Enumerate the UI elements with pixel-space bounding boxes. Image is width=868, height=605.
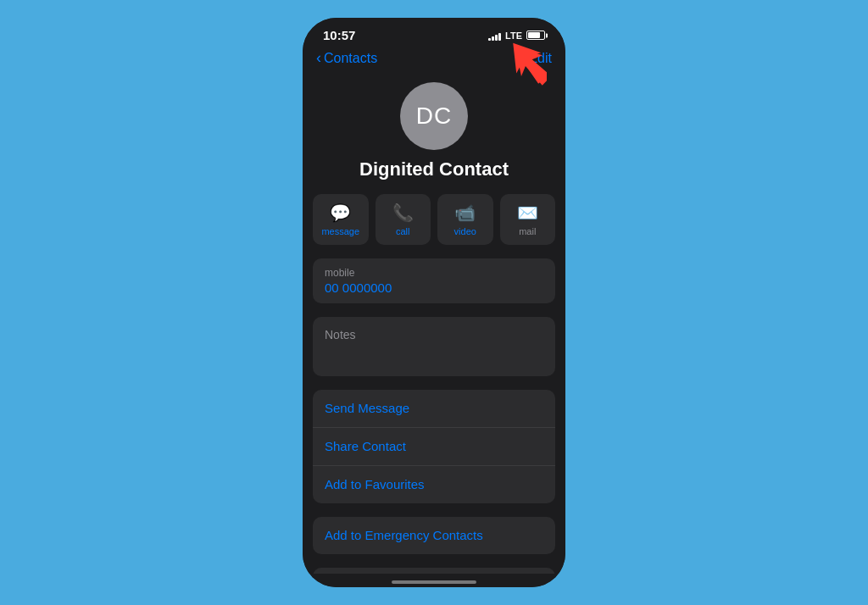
phone-value[interactable]: 00 0000000 [325,280,543,295]
back-button[interactable]: ‹ Contacts [316,49,377,67]
add-favourites-label: Add to Favourites [325,477,425,491]
message-icon: 💬 [330,203,351,223]
home-indicator [303,574,565,587]
message-button[interactable]: 💬 message [313,194,369,245]
home-bar [392,580,476,584]
actions-section: Send Message Share Contact Add to Favour… [313,390,555,503]
notes-label: Notes [325,328,356,341]
content: DC Dignited Contact 💬 message 📞 call 📹 v… [303,74,565,574]
call-button[interactable]: 📞 call [376,194,431,245]
signal-icon [488,31,501,41]
contact-name: Dignited Contact [359,158,509,180]
phone-info-section: mobile 00 0000000 [313,258,555,303]
location-card[interactable]: Share My Location [313,568,555,574]
back-chevron-icon: ‹ [316,49,321,67]
phone-frame: 10:57 LTE ‹ Contacts Edit [303,18,565,587]
avatar-initials: DC [416,103,452,130]
send-message-row[interactable]: Send Message [313,390,555,428]
call-icon: 📞 [392,203,414,223]
status-time: 10:57 [323,28,355,42]
send-message-label: Send Message [325,401,409,415]
video-icon: 📹 [454,203,476,223]
actions-card: Send Message Share Contact Add to Favour… [313,390,555,503]
emergency-label: Add to Emergency Contacts [325,528,483,542]
emergency-section: Add to Emergency Contacts [313,517,555,554]
phone-info-row: mobile 00 0000000 [313,258,555,303]
emergency-card[interactable]: Add to Emergency Contacts [313,517,555,554]
share-contact-row[interactable]: Share Contact [313,428,555,466]
location-section: Share My Location [313,568,555,574]
nav-bar: ‹ Contacts Edit [303,46,565,74]
battery-icon [526,31,545,40]
video-button[interactable]: 📹 video [437,194,493,245]
share-contact-label: Share Contact [325,439,406,453]
notes-section: Notes [313,317,555,376]
lte-label: LTE [505,31,522,41]
contact-header: DC Dignited Contact [303,74,565,194]
notes-card: Notes [313,317,555,376]
add-favourites-row[interactable]: Add to Favourites [313,466,555,503]
video-label: video [454,226,476,236]
phone-label: mobile [325,267,543,279]
status-icons: LTE [488,31,545,41]
message-label: message [321,226,359,236]
mail-icon: ✉️ [517,203,538,223]
edit-button[interactable]: Edit [528,51,552,66]
phone-info-card: mobile 00 0000000 [313,258,555,303]
back-label: Contacts [324,51,377,66]
avatar: DC [400,82,468,150]
mail-label: mail [519,226,536,236]
mail-button[interactable]: ✉️ mail [500,194,556,245]
action-buttons-row: 💬 message 📞 call 📹 video ✉️ mail [303,194,565,245]
status-bar: 10:57 LTE [303,18,565,46]
call-label: call [396,226,410,236]
